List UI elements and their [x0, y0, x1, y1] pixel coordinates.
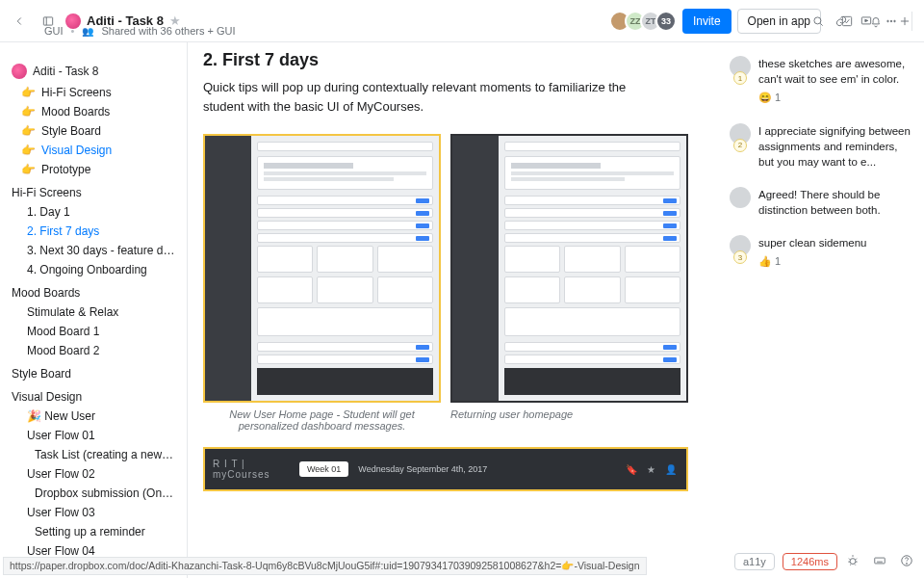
- sidebar-subitem[interactable]: User Flow 01: [0, 426, 187, 445]
- image-row: [203, 134, 706, 403]
- keyboard-icon[interactable]: [870, 551, 889, 570]
- mockup-returning-user[interactable]: [450, 134, 688, 403]
- sidebar-item[interactable]: 👉Mood Boards: [0, 102, 187, 121]
- caption-left: New User Home page - Student will get pe…: [203, 408, 441, 432]
- comment-text: Agreed! There should be distinction betw…: [758, 187, 914, 218]
- section-heading: 2. First 7 days: [203, 50, 706, 70]
- caption-right: Returning user homepage: [450, 408, 573, 432]
- search-icon[interactable]: [807, 10, 830, 33]
- sidebar-subitem[interactable]: 4. Ongoing Onboarding: [0, 260, 187, 279]
- comment-text: super clean sidemenu👍 1: [758, 235, 867, 269]
- doc-subline: GUI • 👥 Shared with 36 others + GUI: [44, 25, 236, 37]
- avatar: [730, 187, 751, 208]
- section-paragraph: Quick tips will pop up during contextual…: [203, 78, 665, 117]
- mockup-new-user[interactable]: [203, 134, 441, 403]
- sidebar-subitem-child[interactable]: Dropbox submission (On time for a s...: [0, 484, 187, 503]
- bell-icon[interactable]: [864, 10, 887, 33]
- tasks-icon[interactable]: [835, 10, 859, 33]
- sidebar-section[interactable]: Hi-Fi Screens: [0, 183, 187, 202]
- facepile[interactable]: ZZ ZT 33: [615, 11, 677, 32]
- breadcrumb[interactable]: GUI: [44, 25, 64, 37]
- help-icon[interactable]: [897, 551, 916, 570]
- sidebar-subitem[interactable]: Mood Board 1: [0, 322, 187, 341]
- latency-badge[interactable]: 1246ms: [783, 553, 837, 570]
- comment-text: I appreciate signifying between assignme…: [758, 123, 914, 170]
- sidebar-subitem[interactable]: Stimulate & Relax: [0, 302, 187, 322]
- avatar: 2: [730, 123, 751, 144]
- sidebar-subitem[interactable]: 1. Day 1: [0, 202, 187, 222]
- comment[interactable]: 3super clean sidemenu👍 1: [730, 235, 914, 269]
- svg-rect-8: [875, 558, 886, 564]
- invite-button[interactable]: Invite: [682, 9, 732, 34]
- sidebar-subitem-child[interactable]: Setting up a reminder: [0, 522, 187, 541]
- sidebar-section[interactable]: Visual Design: [0, 387, 187, 407]
- comments-panel: 1these sketches are awesome, can't wait …: [722, 42, 924, 578]
- svg-point-10: [907, 563, 908, 564]
- sidebar-subitem[interactable]: User Flow 03: [0, 503, 187, 522]
- comment[interactable]: 1these sketches are awesome, can't wait …: [730, 56, 914, 106]
- topbar: Aditi - Task 8 ★ GUI • 👥 Shared with 36 …: [0, 0, 924, 42]
- plus-icon[interactable]: [893, 10, 916, 33]
- sidebar-section[interactable]: Mood Boards: [0, 283, 187, 302]
- sidebar-subitem[interactable]: Mood Board 2: [0, 341, 187, 360]
- sidebar-section[interactable]: Style Board: [0, 364, 187, 383]
- mockup-hero-nav[interactable]: R I T | myCourses Week 01 Wednesday Sept…: [203, 447, 688, 491]
- comment-reaction[interactable]: 👍 1: [758, 254, 867, 269]
- footer-badges: a11y 1246ms: [734, 553, 837, 570]
- comment-reaction[interactable]: 😄 1: [758, 91, 914, 105]
- sidebar-subitem[interactable]: 2. First 7 days: [0, 222, 187, 241]
- sidebar-item[interactable]: 👉Prototype: [0, 160, 187, 179]
- svg-point-5: [814, 17, 821, 24]
- avatar: 3: [730, 235, 751, 256]
- back-icon[interactable]: [8, 10, 31, 33]
- sidebar-subitem-child[interactable]: Task List (creating a new task and che..…: [0, 445, 187, 464]
- sidebar-item[interactable]: 👉Style Board: [0, 121, 187, 141]
- comment[interactable]: Agreed! There should be distinction betw…: [730, 187, 914, 218]
- sidebar-doc-title[interactable]: Aditi - Task 8: [0, 60, 187, 83]
- sidebar-subitem[interactable]: User Flow 02: [0, 464, 187, 484]
- main-content: 2. First 7 days Quick tips will pop up d…: [188, 42, 722, 578]
- bug-icon[interactable]: [843, 551, 862, 570]
- comment[interactable]: 2I appreciate signifying between assignm…: [730, 123, 914, 170]
- sidebar-subitem[interactable]: 🎉 New User: [0, 407, 187, 426]
- sidebar-item[interactable]: 👉Hi-Fi Screens: [0, 83, 187, 102]
- svg-point-7: [850, 559, 856, 565]
- avatar: 1: [730, 56, 751, 77]
- comment-text: these sketches are awesome, can't wait t…: [758, 56, 914, 106]
- shared-text[interactable]: Shared with 36 others + GUI: [101, 25, 235, 37]
- outline-sidebar: Aditi - Task 8 👉Hi-Fi Screens👉Mood Board…: [0, 42, 188, 578]
- right-tools: [807, 10, 916, 33]
- sidebar-item[interactable]: 👉Visual Design: [0, 141, 187, 160]
- svg-rect-6: [842, 16, 851, 25]
- sidebar-subitem[interactable]: 3. Next 30 days - feature discovery: [0, 241, 187, 260]
- svg-rect-0: [43, 16, 52, 24]
- a11y-badge[interactable]: a11y: [734, 553, 775, 570]
- status-bar: https://paper.dropbox.com/doc/Aditi-Khaz…: [3, 557, 647, 575]
